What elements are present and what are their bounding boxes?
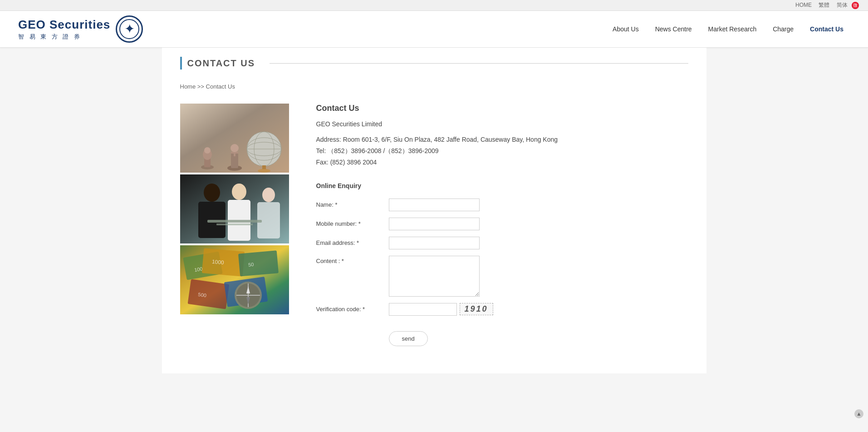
content-textarea[interactable] <box>389 256 480 297</box>
email-row: Email address: * <box>316 237 688 249</box>
company-name: GEO Securities Limited <box>316 120 688 128</box>
address-line: Address: Room 601-3, 6/F, Siu On Plaza, … <box>316 134 688 145</box>
svg-rect-33 <box>238 250 278 276</box>
breadcrumb: Home >> Contact Us <box>180 83 688 90</box>
title-line <box>270 63 688 64</box>
name-row: Name: * <box>316 199 688 211</box>
logo-text: GEO Securities 智 易 東 方 證 券 <box>18 18 110 41</box>
logo-name: GEO Securities <box>18 18 110 32</box>
chess-image <box>180 104 289 173</box>
team-svg <box>180 174 289 243</box>
nav-market-research[interactable]: Market Research <box>702 23 763 35</box>
enquiry-title: Online Enquiry <box>316 182 688 189</box>
logo-area: GEO Securities 智 易 東 方 證 券 ✦ <box>18 15 143 43</box>
svg-rect-27 <box>216 223 253 225</box>
contact-content: Contact Us GEO Securities Limited Addres… <box>316 104 688 346</box>
compass-star-icon: ✦ <box>124 23 135 35</box>
nav-about-us[interactable]: About Us <box>606 23 645 35</box>
verification-label: Verification code: * <box>316 306 389 313</box>
verification-row: Verification code: * 1910 <box>316 303 688 316</box>
page-content: CONTACT US Home >> Contact Us <box>162 48 706 373</box>
page-title: CONTACT US <box>187 58 255 69</box>
address-value: Room 601-3, 6/F, Siu On Plaza, 482 Jaffe… <box>343 136 558 143</box>
svg-text:500: 500 <box>197 292 206 298</box>
svg-rect-26 <box>207 220 262 223</box>
email-input[interactable] <box>389 237 480 249</box>
top-bar: HOME 繁體 简体 微 <box>0 0 868 11</box>
svg-point-10 <box>230 144 239 152</box>
svg-point-22 <box>232 184 246 200</box>
nav-news-centre[interactable]: News Centre <box>649 23 698 35</box>
money-image: 100 1000 50 500 10 <box>180 245 289 314</box>
contact-title: Contact Us <box>316 104 688 113</box>
main-nav: About Us News Centre Market Research Cha… <box>606 23 850 35</box>
contact-info: Address: Room 601-3, 6/F, Siu On Plaza, … <box>316 134 688 169</box>
weibo-icon[interactable]: 微 <box>852 2 859 9</box>
nav-charge[interactable]: Charge <box>766 23 800 35</box>
svg-text:1000: 1000 <box>211 258 224 266</box>
svg-rect-35 <box>187 279 229 309</box>
chess-svg <box>180 104 289 173</box>
svg-text:50: 50 <box>248 262 254 268</box>
mobile-label: Mobile number: * <box>316 220 389 227</box>
tel-line: Tel: （852）3896-2008 /（852）3896-2009 <box>316 145 688 157</box>
logo-chinese: 智 易 東 方 證 券 <box>18 33 110 41</box>
simplified-link[interactable]: 简体 <box>837 2 848 8</box>
svg-point-18 <box>258 169 270 173</box>
compass-inner: ✦ <box>119 19 139 39</box>
svg-point-20 <box>204 184 220 202</box>
name-label: Name: * <box>316 201 389 208</box>
breadcrumb-current: Contact Us <box>206 83 235 90</box>
mobile-input[interactable] <box>389 218 480 230</box>
verification-input[interactable] <box>389 303 457 316</box>
header: GEO Securities 智 易 東 方 證 券 ✦ About Us Ne… <box>0 11 868 48</box>
traditional-link[interactable]: 繁體 <box>819 2 829 8</box>
mobile-row: Mobile number: * <box>316 218 688 230</box>
breadcrumb-home[interactable]: Home <box>180 83 196 90</box>
breadcrumb-separator: >> <box>196 83 206 90</box>
tel-label: Tel: <box>316 147 326 154</box>
address-label: Address: <box>316 136 341 143</box>
compass-logo: ✦ <box>116 15 143 43</box>
fax-line: Fax: (852) 3896 2004 <box>316 157 688 168</box>
home-link[interactable]: HOME <box>795 2 812 8</box>
team-image <box>180 174 289 243</box>
content-label: Content : * <box>316 256 389 264</box>
tel-value: （852）3896-2008 /（852）3896-2009 <box>328 147 438 154</box>
svg-point-5 <box>204 147 211 154</box>
email-label: Email address: * <box>316 239 389 246</box>
page-title-area: CONTACT US <box>180 57 688 74</box>
nav-contact-us[interactable]: Contact Us <box>804 23 850 35</box>
fax-label: Fax: <box>316 159 329 166</box>
title-bar-decoration <box>180 57 182 70</box>
send-row: send <box>316 322 688 346</box>
enquiry-section: Online Enquiry Name: * Mobile number: * … <box>316 182 688 346</box>
send-button[interactable]: send <box>389 331 428 346</box>
svg-point-24 <box>262 188 275 202</box>
captcha-display: 1910 <box>460 303 493 315</box>
name-input[interactable] <box>389 199 480 211</box>
fax-value: (852) 3896 2004 <box>330 159 377 166</box>
content-row: Content : * <box>316 256 688 297</box>
left-images: 100 1000 50 500 10 <box>180 104 289 346</box>
main-layout: 100 1000 50 500 10 <box>180 104 688 346</box>
money-svg: 100 1000 50 500 10 <box>180 245 289 314</box>
